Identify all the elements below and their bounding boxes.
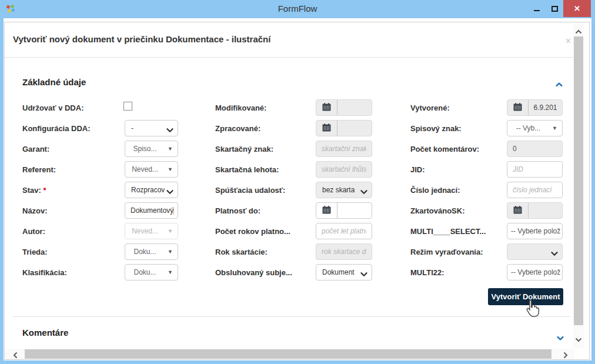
modifikovane-datepicker[interactable] <box>316 99 372 116</box>
multi-select-multiselect[interactable]: -- Vyberte polož <box>507 223 563 239</box>
calendar-button[interactable] <box>316 203 337 218</box>
spustacia-udalost-label: Spúšťacia udalosť: <box>215 180 285 201</box>
platnost-do-label-text: Platnosť do: <box>215 206 260 215</box>
skartacna-lehota-input[interactable] <box>316 161 372 178</box>
zkartovano-sk-label-text: ZkartovánoSK: <box>410 206 464 215</box>
expand-section-icon[interactable] <box>557 333 564 338</box>
pocet-komentarov-label-text: Počet komentárov: <box>410 145 479 153</box>
rezim-vyradovania-label-text: Režim vyraďovania: <box>410 248 483 256</box>
vytvorene-datepicker[interactable]: 6.9.201 <box>507 99 563 116</box>
spisovy-znak-dropdown[interactable]: -- Vyb...▼ <box>507 120 563 136</box>
klasifikacia-label: Klasifikácia: <box>22 262 67 283</box>
nazov-input[interactable]: Dokumentový <box>125 202 178 219</box>
obsluhovany-subjekt-label-text: Obsluhovaný subje... <box>215 268 292 277</box>
chevron-down-icon <box>551 250 558 258</box>
konfiguracia-dda-select[interactable]: - <box>125 120 178 136</box>
trieda-dropdown[interactable]: Doku...▼ <box>125 243 178 260</box>
stav-value: Rozpracov <box>131 182 165 198</box>
horizontal-scrollbar-thumb[interactable] <box>25 349 551 359</box>
klasifikacia-label-text: Klasifikácia: <box>22 268 67 277</box>
form-row-vytvorene: Vytvorené:6.9.201 <box>410 98 581 118</box>
calendar-button[interactable] <box>507 100 529 115</box>
jid-label-text: JID: <box>410 165 425 174</box>
cislo-jednaci-input[interactable] <box>507 182 563 198</box>
text-caret <box>173 207 174 215</box>
autor-label: Autor: <box>22 221 45 242</box>
zpracovane-date-value[interactable] <box>337 121 372 136</box>
spisovy-znak-label: Spisový znak: <box>410 118 462 139</box>
window-title: FormFlow <box>0 0 595 18</box>
form-row-platnost-do: Platnosť do: <box>215 201 392 221</box>
calendar-button[interactable] <box>316 100 337 115</box>
vytvorene-date-value[interactable]: 6.9.201 <box>529 100 562 115</box>
klasifikacia-dropdown[interactable]: Doku...▼ <box>125 264 178 280</box>
multi-select-label: MULTI____SELECT... <box>410 221 486 242</box>
udrzovat-v-dda-label-text: Udržovať v DDA: <box>22 103 83 112</box>
obsluhovany-subjekt-value: Dokument <box>322 265 355 280</box>
calendar-button[interactable] <box>316 121 337 136</box>
pocet-rokov-platnosti-label-text: Počet rokov platno... <box>215 227 290 236</box>
form-row-garant: Garant:Spiso...▼ <box>22 139 199 159</box>
calendar-icon <box>322 123 331 133</box>
autor-dropdown[interactable]: Neved...▼ <box>125 223 178 239</box>
referent-value: Neved... <box>125 162 165 177</box>
spisovy-znak-label-text: Spisový znak: <box>410 124 462 133</box>
zpracovane-datepicker[interactable] <box>316 120 372 136</box>
form-row-zpracovane: Zpracované: <box>215 118 392 139</box>
obsluhovany-subjekt-select[interactable]: Dokument <box>316 264 372 280</box>
multi22-label: MULTI22: <box>410 262 444 283</box>
pocet-komentarov-input[interactable] <box>507 141 563 157</box>
obsluhovany-subjekt-label: Obsluhovaný subje... <box>215 262 292 283</box>
horizontal-scrollbar[interactable] <box>5 349 574 359</box>
required-asterisk: * <box>41 186 46 195</box>
udrzovat-v-dda-label: Udržovať v DDA: <box>22 98 83 118</box>
zkartovano-sk-label: ZkartovánoSK: <box>410 201 464 221</box>
spisovy-znak-value: -- Vyb... <box>507 121 549 136</box>
platnost-do-datepicker[interactable] <box>316 202 372 219</box>
multi22-multiselect[interactable]: -- Vyberte polož <box>507 264 563 280</box>
scroll-down-icon[interactable] <box>575 334 582 345</box>
pocet-rokov-platnosti-input[interactable] <box>316 223 372 239</box>
calendar-button[interactable] <box>507 203 529 218</box>
multi-select-label-text: MULTI____SELECT... <box>410 227 486 236</box>
scroll-right-icon[interactable] <box>563 350 568 361</box>
scroll-left-icon[interactable] <box>13 350 18 361</box>
pocet-komentarov-label: Počet komentárov: <box>410 139 479 159</box>
scroll-up-icon[interactable] <box>575 26 582 36</box>
dialog-title: Vytvoriť nový dokument v priečinku Dokum… <box>13 34 270 44</box>
rok-skartacie-input[interactable] <box>316 243 372 260</box>
skartacny-znak-input[interactable] <box>316 141 372 157</box>
referent-dropdown[interactable]: Neved...▼ <box>125 161 178 178</box>
klasifikacia-value: Doku... <box>125 265 165 280</box>
maximize-button[interactable] <box>546 0 563 17</box>
stav-label: Stav: * <box>22 180 46 201</box>
collapse-section-icon[interactable] <box>556 79 563 84</box>
zkartovano-sk-date-value[interactable] <box>529 203 562 218</box>
vertical-scrollbar[interactable] <box>573 22 584 348</box>
form-row-skartacna-lehota: Skartačná lehota: <box>215 159 392 180</box>
udrzovat-v-dda-checkbox[interactable] <box>123 102 132 111</box>
close-icon: ✕ <box>574 4 580 13</box>
close-button[interactable]: ✕ <box>563 0 591 17</box>
jid-input[interactable] <box>507 161 563 178</box>
spustacia-udalost-select[interactable]: bez skarta <box>316 182 372 198</box>
chevron-down-icon <box>360 271 367 279</box>
stav-select[interactable]: Rozpracov <box>125 182 178 198</box>
section-basic-title: Základné údaje <box>22 77 86 87</box>
rezim-vyradovania-select[interactable] <box>507 243 563 260</box>
minimize-button[interactable] <box>528 0 546 17</box>
referent-label: Referent: <box>22 159 56 180</box>
platnost-do-date-value[interactable] <box>337 203 372 218</box>
vytvorene-label: Vytvorené: <box>410 98 450 118</box>
autor-label-text: Autor: <box>22 227 45 236</box>
garant-dropdown[interactable]: Spiso...▼ <box>125 141 178 157</box>
zkartovano-sk-datepicker[interactable] <box>507 202 563 219</box>
cislo-jednaci-label-text: Číslo jednací: <box>410 186 460 195</box>
dialog-close-icon[interactable]: ✕ <box>565 37 571 45</box>
chevron-down-icon <box>360 188 367 196</box>
modifikovane-date-value[interactable] <box>337 100 372 115</box>
form-row-rezim-vyradovania: Režim vyraďovania: <box>410 242 581 262</box>
vertical-scrollbar-thumb[interactable] <box>574 36 583 325</box>
jid-label: JID: <box>410 159 425 180</box>
form-row-trieda: Trieda:Doku...▼ <box>22 242 199 262</box>
